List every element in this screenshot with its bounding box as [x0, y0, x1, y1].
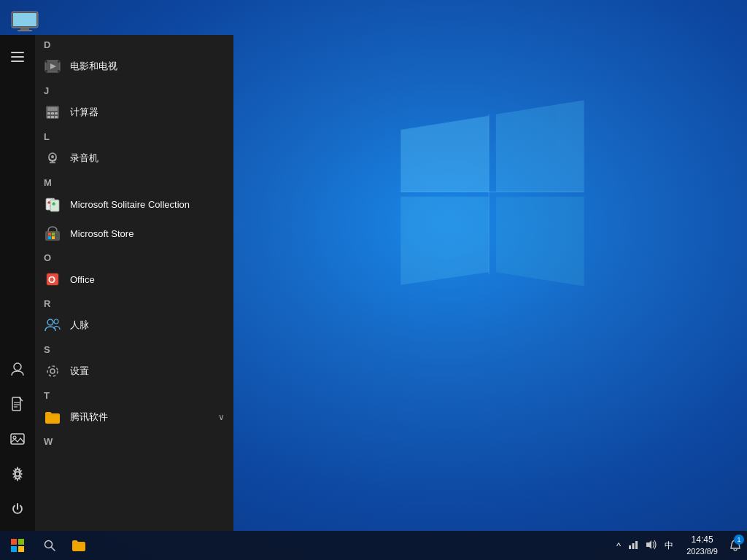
section-letter-l: L — [35, 127, 233, 144]
svg-rect-11 — [11, 56, 24, 58]
people-icon — [44, 316, 61, 334]
svg-rect-66 — [635, 541, 638, 549]
recorder-icon — [44, 149, 61, 167]
section-letter-d: D — [35, 35, 233, 52]
app-label-solitaire: Microsoft Solitaire Collection — [70, 199, 190, 210]
app-label-recorder: 录音机 — [70, 152, 98, 165]
svg-point-37 — [51, 155, 54, 158]
svg-point-54 — [47, 319, 53, 325]
app-item-people[interactable]: 人脉 — [35, 311, 233, 340]
svg-marker-2 — [400, 197, 489, 285]
svg-rect-47 — [48, 233, 51, 236]
taskbar-search-button[interactable] — [35, 531, 64, 560]
taskbar-file-explorer-button[interactable] — [64, 531, 93, 560]
app-item-calculator[interactable]: 计算器 — [35, 98, 233, 127]
section-letter-o: O — [35, 248, 233, 265]
svg-rect-61 — [18, 546, 24, 552]
movie-icon — [44, 58, 61, 75]
taskbar: ^ 中 14:45 2023/8/9 1 — [0, 531, 747, 560]
svg-rect-7 — [13, 13, 36, 26]
svg-text:O: O — [48, 274, 55, 285]
svg-rect-12 — [11, 61, 24, 62]
section-letter-j: J — [35, 81, 233, 98]
svg-marker-1 — [496, 100, 584, 192]
app-item-settings[interactable]: 设置 — [35, 357, 233, 386]
app-item-movies[interactable]: 电影和电视 — [35, 52, 233, 81]
svg-rect-46 — [45, 231, 60, 241]
svg-point-13 — [14, 363, 21, 370]
svg-rect-48 — [52, 233, 55, 236]
svg-marker-0 — [400, 116, 489, 192]
settings-sidebar-icon[interactable] — [0, 458, 35, 490]
svg-rect-35 — [55, 116, 58, 118]
svg-marker-3 — [496, 197, 584, 287]
start-menu-app-list: D 电影和电视 J — [35, 35, 233, 531]
document-sidebar-icon[interactable] — [0, 388, 35, 420]
power-sidebar-icon[interactable] — [0, 493, 35, 525]
app-label-office: Office — [70, 274, 95, 285]
svg-rect-49 — [48, 236, 51, 239]
user-sidebar-icon[interactable] — [0, 353, 35, 385]
taskbar-notification-button[interactable]: 1 — [724, 531, 747, 560]
svg-rect-64 — [629, 545, 631, 549]
svg-rect-65 — [632, 543, 635, 549]
svg-marker-67 — [646, 540, 651, 549]
taskbar-tray: ^ 中 — [609, 538, 681, 553]
notification-badge: 1 — [734, 534, 744, 545]
svg-rect-26 — [45, 70, 47, 72]
tray-volume-icon[interactable] — [644, 538, 659, 553]
app-item-tencent[interactable]: 腾讯软件 ∨ — [35, 402, 233, 432]
app-label-settings: 设置 — [70, 365, 89, 378]
app-label-calculator: 计算器 — [70, 106, 98, 119]
photos-sidebar-icon[interactable] — [0, 423, 35, 455]
settings-icon — [44, 362, 61, 380]
svg-rect-32 — [55, 112, 58, 114]
app-label-tencent: 腾讯软件 — [70, 411, 108, 424]
svg-rect-25 — [58, 61, 60, 63]
tencent-folder-icon — [44, 408, 61, 426]
svg-rect-34 — [51, 116, 54, 118]
start-button[interactable] — [0, 531, 35, 560]
app-item-recorder[interactable]: 录音机 — [35, 144, 233, 173]
app-label-store: Microsoft Store — [70, 228, 133, 239]
app-label-people: 人脉 — [70, 319, 89, 332]
section-letter-r: R — [35, 294, 233, 311]
tray-network-icon[interactable] — [627, 538, 640, 553]
svg-rect-27 — [58, 70, 60, 72]
app-list-scroll[interactable]: D 电影和电视 J — [35, 35, 233, 531]
hamburger-menu-icon[interactable] — [0, 41, 35, 73]
svg-rect-59 — [18, 539, 24, 545]
store-icon — [44, 225, 61, 242]
svg-rect-60 — [11, 546, 17, 552]
tray-ime-icon[interactable]: 中 — [663, 538, 675, 553]
section-letter-w: W — [35, 432, 233, 448]
app-item-store[interactable]: Microsoft Store — [35, 219, 233, 248]
section-letter-m: M — [35, 173, 233, 190]
svg-rect-29 — [47, 107, 58, 111]
calculator-icon — [44, 104, 61, 121]
svg-rect-30 — [47, 112, 50, 114]
office-icon: O — [44, 271, 61, 288]
clock-time: 14:45 — [692, 534, 713, 546]
svg-rect-50 — [52, 236, 55, 239]
app-item-solitaire[interactable]: ♠ ♥ ♣ Microsoft Solitaire Collection — [35, 190, 233, 219]
section-letter-s: S — [35, 340, 233, 357]
svg-point-57 — [47, 366, 58, 376]
app-item-office[interactable]: O Office — [35, 265, 233, 294]
folder-expand-icon: ∨ — [218, 412, 225, 422]
svg-rect-58 — [11, 539, 17, 545]
svg-rect-10 — [11, 52, 24, 53]
svg-point-55 — [54, 319, 58, 324]
svg-rect-33 — [47, 116, 50, 118]
solitaire-icon: ♠ ♥ ♣ — [44, 195, 61, 213]
taskbar-clock[interactable]: 14:45 2023/8/9 — [681, 534, 724, 556]
svg-text:♣: ♣ — [52, 201, 56, 207]
svg-rect-24 — [45, 61, 47, 63]
start-menu-sidebar — [0, 35, 35, 531]
windows-logo — [387, 88, 598, 299]
svg-rect-31 — [51, 112, 54, 114]
tray-expand-icon[interactable]: ^ — [615, 539, 622, 553]
svg-rect-14 — [12, 397, 20, 411]
svg-rect-9 — [18, 30, 32, 31]
clock-date: 2023/8/9 — [686, 546, 718, 556]
